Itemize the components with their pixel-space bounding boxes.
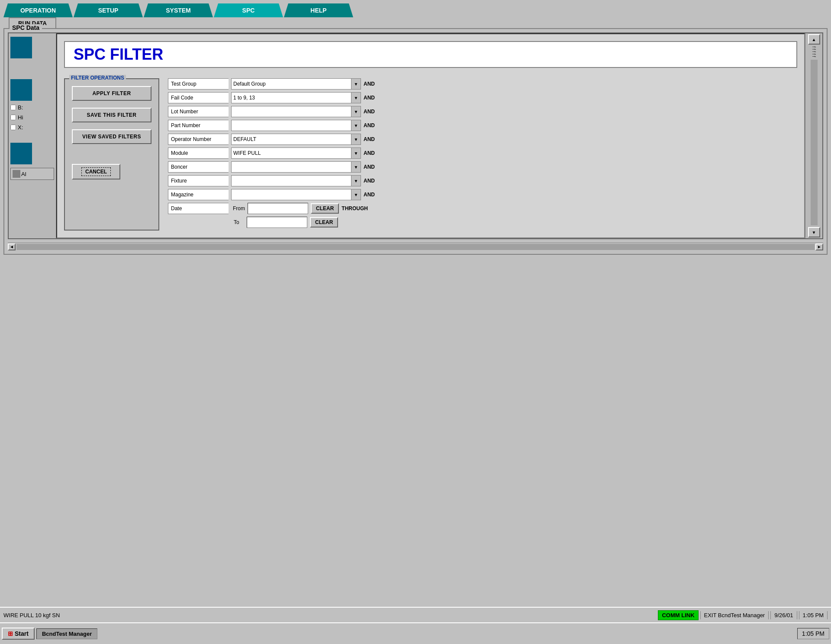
center-panel: SPC FILTER FILTER OPERATIONS APPLY FILTE… xyxy=(56,33,805,238)
date-from-input[interactable] xyxy=(248,203,308,214)
label-partnumber: Part Number xyxy=(168,120,229,131)
select-partnumber[interactable]: ▼ xyxy=(231,120,361,131)
main-panel: SPC Data B: Hi X: Al xyxy=(3,28,828,255)
taskbar-app[interactable]: BcndTest Manager xyxy=(36,628,97,639)
save-filter-button[interactable]: SAVE THIS FILTER xyxy=(72,108,151,122)
select-module[interactable]: WIFE PULL ▼ xyxy=(231,147,361,159)
testgroup-arrow[interactable]: ▼ xyxy=(351,79,361,89)
select-lotnumber[interactable]: ▼ xyxy=(231,106,361,117)
exit-label[interactable]: EXIT BcndTest Manager xyxy=(700,611,769,619)
operator-value: DEFAULT xyxy=(232,135,351,143)
filter-ops-box: FILTER OPERATIONS APPLY FILTER SAVE THIS… xyxy=(64,78,159,231)
checkbox-b-row: B: xyxy=(10,104,54,111)
checkbox-hi[interactable] xyxy=(10,115,16,120)
big-inner-panel: B: Hi X: Al SPC FILTER xyxy=(8,32,823,239)
field-row-operator: Operator Number DEFAULT ▼ AND xyxy=(168,134,797,145)
field-row-module: Module WIFE PULL ▼ AND xyxy=(168,147,797,159)
label-testgroup: Test Group xyxy=(168,78,229,90)
failcode-arrow[interactable]: ▼ xyxy=(351,93,361,103)
filter-ops-title: FILTER OPERATIONS xyxy=(69,75,126,81)
field-row-magazine: Magazine ▼ AND xyxy=(168,189,797,200)
taskbar-clock: 1:05 PM xyxy=(797,628,829,639)
clear-from-button[interactable]: CLEAR xyxy=(311,203,339,214)
bottom-panel: Al xyxy=(10,168,54,180)
filter-title-box: SPC FILTER xyxy=(64,41,797,68)
tab-system[interactable]: SYSTEM xyxy=(144,3,213,17)
taskbar: ⊞ Start BcndTest Manager 1:05 PM xyxy=(0,622,831,644)
scroll-left-button[interactable]: ◄ xyxy=(8,244,16,250)
field-row-testgroup: Test Group Default Group ▼ AND xyxy=(168,78,797,90)
scroll-right-button[interactable]: ► xyxy=(815,244,823,250)
status-bar: WIRE PULL 10 kgf SN COMM LINK EXIT BcndT… xyxy=(0,607,831,622)
operator-arrow[interactable]: ▼ xyxy=(351,134,361,144)
field-row-boncer: Boncer ▼ AND xyxy=(168,161,797,173)
filter-fields: Test Group Default Group ▼ AND Fail Code… xyxy=(168,78,797,231)
status-text: WIRE PULL 10 kgf SN xyxy=(3,612,656,618)
label-hi: Hi xyxy=(18,114,23,121)
checkbox-x[interactable] xyxy=(10,125,16,130)
and-testgroup: AND xyxy=(364,81,379,87)
panel-square xyxy=(13,170,20,178)
scroll-down-button[interactable]: ▼ xyxy=(808,227,820,237)
scroll-up-button[interactable]: ▲ xyxy=(808,34,820,45)
partnumber-arrow[interactable]: ▼ xyxy=(351,120,361,131)
label-operator: Operator Number xyxy=(168,134,229,145)
boncer-arrow[interactable]: ▼ xyxy=(351,162,361,172)
testgroup-value: Default Group xyxy=(232,80,351,88)
clear-to-button[interactable]: CLEAR xyxy=(310,217,338,227)
sub-tab-row: RUN DATA xyxy=(0,17,831,28)
view-filters-button[interactable]: VIEW SAVED FILTERS xyxy=(72,129,151,144)
checkbox-hi-row: Hi xyxy=(10,114,54,121)
select-boncer[interactable]: ▼ xyxy=(231,161,361,173)
horizontal-scrollbar: ◄ ► xyxy=(8,243,823,250)
field-row-date: Date From CLEAR THROUGH xyxy=(168,203,797,214)
tab-operation[interactable]: OPERATION xyxy=(3,3,73,17)
select-fixture[interactable]: ▼ xyxy=(231,175,361,186)
field-row-date-to: To CLEAR xyxy=(232,217,797,228)
field-row-fixture: Fixture ▼ AND xyxy=(168,175,797,186)
from-label: From xyxy=(233,205,245,211)
and-module: AND xyxy=(364,150,379,156)
sidebar-square-top xyxy=(10,37,32,58)
select-magazine[interactable]: ▼ xyxy=(231,189,361,200)
select-testgroup[interactable]: Default Group ▼ xyxy=(231,78,361,90)
label-boncer: Boncer xyxy=(168,161,229,173)
and-operator: AND xyxy=(364,136,379,142)
filter-body: FILTER OPERATIONS APPLY FILTER SAVE THIS… xyxy=(64,78,797,231)
select-failcode[interactable]: 1 to 9, 13 ▼ xyxy=(231,92,361,103)
scroll-track xyxy=(811,60,818,225)
cancel-btn-inner: CANCEL xyxy=(81,167,111,176)
field-row-lotnumber: Lot Number ▼ AND xyxy=(168,106,797,117)
apply-filter-button[interactable]: APPLY FILTER xyxy=(72,86,151,101)
fixture-arrow[interactable]: ▼ xyxy=(351,176,361,186)
magazine-arrow[interactable]: ▼ xyxy=(351,189,361,200)
select-operator[interactable]: DEFAULT ▼ xyxy=(231,134,361,145)
module-arrow[interactable]: ▼ xyxy=(351,148,361,158)
lotnumber-arrow[interactable]: ▼ xyxy=(351,106,361,117)
failcode-value: 1 to 9, 13 xyxy=(232,94,351,102)
status-time: 1:05 PM xyxy=(799,611,828,619)
tab-spc[interactable]: SPC xyxy=(214,3,283,17)
status-date: 9/26/01 xyxy=(770,611,797,619)
sidebar-square-mid xyxy=(10,79,32,101)
and-failcode: AND xyxy=(364,95,379,101)
checkbox-x-row: X: xyxy=(10,124,54,131)
label-failcode: Fail Code xyxy=(168,92,229,103)
label-x: X: xyxy=(18,124,23,131)
and-partnumber: AND xyxy=(364,122,379,128)
checkbox-b[interactable] xyxy=(10,105,16,110)
horiz-scroll-track xyxy=(16,244,815,250)
start-label: Start xyxy=(15,630,29,637)
cancel-button[interactable]: CANCEL xyxy=(72,164,120,179)
field-row-failcode: Fail Code 1 to 9, 13 ▼ AND xyxy=(168,92,797,103)
label-b: B: xyxy=(18,104,23,111)
panel-label: Al xyxy=(21,171,26,177)
tab-setup[interactable]: SETUP xyxy=(74,3,143,17)
label-magazine: Magazine xyxy=(168,189,229,200)
right-scrollbar: ▲ f f f f f ▼ xyxy=(805,33,822,238)
start-button[interactable]: ⊞ Start xyxy=(2,628,35,640)
date-to-input[interactable] xyxy=(247,217,307,228)
label-date: Date xyxy=(168,203,229,214)
tab-help[interactable]: HELP xyxy=(284,3,353,17)
module-value: WIFE PULL xyxy=(232,149,351,157)
